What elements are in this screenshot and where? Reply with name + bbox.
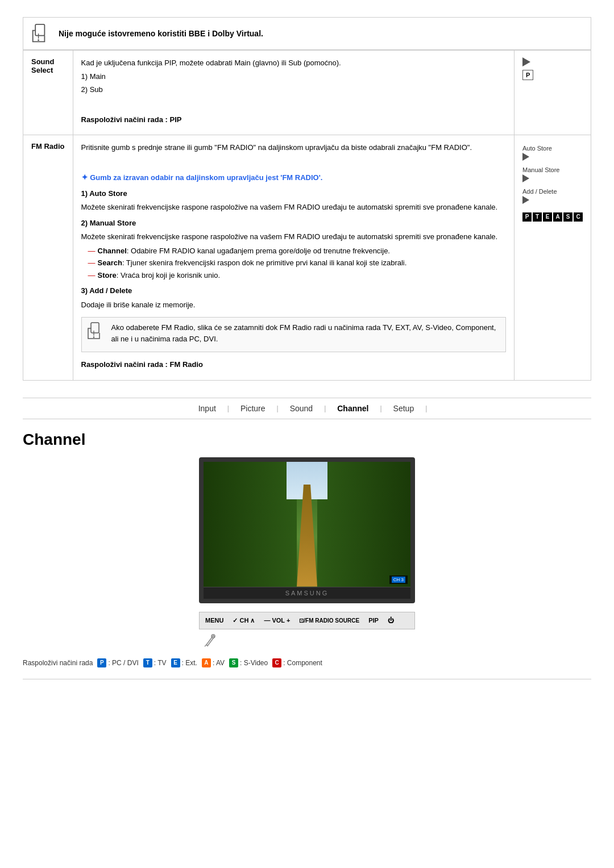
pip-play-icon [522,57,530,66]
add-delete-icon-label: Add / Delete [522,188,557,195]
vol-button[interactable]: — VOL + [264,617,290,624]
mode-t-desc: : TV [154,659,167,667]
warning-box: Nije moguće istovremeno koristiti BBE i … [23,17,591,50]
sound-select-item1: 1) Main [81,71,507,82]
fm-radio-row: FM Radio Pritisnite gumb s prednje stran… [23,135,591,380]
input-modes: Raspoloživi načini rada P : PC / DVI T :… [23,658,591,667]
nav-picture[interactable]: Picture [229,404,277,413]
pip-icon-cell: P [515,51,591,135]
pteasc-s: S [563,212,572,222]
nav-input[interactable]: Input [187,404,227,413]
tv-channel-info: CH 3 [389,575,408,584]
trees-left [204,462,297,587]
svg-rect-0 [35,24,44,36]
star-icon: ✦ [81,173,88,182]
fm-note-icon [88,322,106,340]
fm-radio-content: Pritisnite gumb s prednje strane ili gum… [73,135,515,380]
pip-label: P [522,70,533,80]
manual-store-icon-group: Manual Store [522,166,559,182]
add-delete-play-icon [522,196,529,204]
fm-radio-button[interactable]: ⊡/FM RADIO SOURCE [299,617,359,624]
bullet-dash-2: — [88,257,96,269]
input-modes-label: Raspoloživi načini rada [23,659,93,667]
pteasc-t: T [533,212,542,222]
manual-store-title: 2) Manual Store [81,218,507,229]
ch-button[interactable]: ✓ CH ∧ [233,617,255,624]
manual-store-icon-label: Manual Store [522,166,559,173]
mode-s: S : S-Video [229,658,268,667]
nav-sep-5: | [425,404,427,412]
tv-mockup: CH 3 SAMSUNG [199,457,415,603]
mode-a: A : AV [202,658,225,667]
tv-brand: SAMSUNG [204,587,410,599]
nav-channel[interactable]: Channel [326,404,380,413]
bullet-store: — Store: Vraća broj koji je korisnik uni… [88,270,507,281]
fm-highlight: ✦ Gumb za izravan odabir na daljinskom u… [81,172,507,183]
add-delete-icon-group: Add / Delete [522,188,557,204]
mode-s-letter: S [229,658,238,667]
mode-p: P : PC / DVI [97,658,138,667]
menu-button[interactable]: MENU [205,617,223,624]
auto-store-icon-group: Auto Store [522,145,552,161]
pip-icon-container: P [522,57,583,80]
mode-e: E : Ext. [171,658,197,667]
sound-select-content: Kad je uključena funkcija PIP, možete od… [73,51,515,135]
pip-button[interactable]: PIP [368,617,379,624]
mode-a-letter: A [202,658,211,667]
pteasc-bar: P T E A S C [522,212,583,222]
mode-t-letter: T [143,658,152,667]
main-content: Nije moguće istovremeno koristiti BBE i … [23,11,591,690]
pteasc-p: P [522,212,532,222]
fm-available-modes: Raspoloživi načini rada : FM Radio [81,359,507,370]
mode-p-desc: : PC / DVI [108,659,138,667]
mode-s-desc: : S-Video [240,659,268,667]
add-delete-text: Dodaje ili briše kanale iz memorije. [81,299,507,311]
svg-rect-3 [91,323,99,333]
channel-title: Channel [23,431,591,449]
mode-c-desc: : Component [283,659,322,667]
mode-e-letter: E [171,658,180,667]
add-delete-title: 3) Add / Delete [81,285,507,297]
nav-setup[interactable]: Setup [382,404,426,413]
manual-store-play-icon [522,174,529,182]
fm-intro: Pritisnite gumb s prednje strane ili gum… [81,142,507,153]
nav-sound[interactable]: Sound [279,404,324,413]
auto-store-title: 1) Auto Store [81,188,507,199]
warning-text: Nije moguće istovremeno koristiti BBE i … [59,29,263,38]
sound-select-label: Sound Select [23,51,73,135]
sound-select-intro: Kad je uključena funkcija PIP, možete od… [81,57,507,69]
sound-select-modes: Raspoloživi načini rada : PIP [81,114,507,126]
tv-below-icon [199,632,415,650]
pteasc-a: A [553,212,562,222]
fm-right-icons-cell: Auto Store Manual Store Add / Delete P T [515,135,591,380]
main-table: Sound Select Kad je uključena funkcija P… [23,50,591,381]
bullet-dash-1: — [88,245,96,257]
remote-icon [202,632,218,648]
manual-store-text: Možete skenirati frekvencijske raspone r… [81,231,507,243]
tv-screen: CH 3 [204,462,410,587]
sound-select-row: Sound Select Kad je uključena funkcija P… [23,51,591,135]
fm-note-text: Ako odaberete FM Radio, slika će se zata… [111,322,500,344]
mode-p-letter: P [97,658,106,667]
auto-store-icon-label: Auto Store [522,145,552,152]
bullet-dash-3: — [88,270,96,281]
fm-radio-label: FM Radio [23,135,73,380]
mode-e-desc: : Ext. [182,659,197,667]
trees-right [317,462,410,587]
svg-line-7 [205,645,206,646]
nav-bar: Input | Picture | Sound | Channel | Setu… [23,398,591,419]
bullet-search: — Search: Tjuner skenira frekvencijski r… [88,257,507,269]
auto-store-text: Možete skenirati frekvencijske raspone r… [81,202,507,213]
sound-select-item2: 2) Sub [81,84,507,95]
svg-point-5 [93,336,94,337]
svg-point-2 [38,39,39,41]
pteasc-c: C [574,212,583,222]
power-button[interactable]: ⏻ [388,617,394,624]
bullet-channel: — Channel: Odabire FM RADIO kanal ugađan… [88,245,507,257]
pteasc-e: E [543,212,552,222]
auto-store-play-icon [522,153,529,161]
mode-t: T : TV [143,658,167,667]
mode-c-letter: C [272,658,281,667]
mode-c: C : Component [272,658,322,667]
fm-right-icons: Auto Store Manual Store Add / Delete P T [522,142,583,222]
